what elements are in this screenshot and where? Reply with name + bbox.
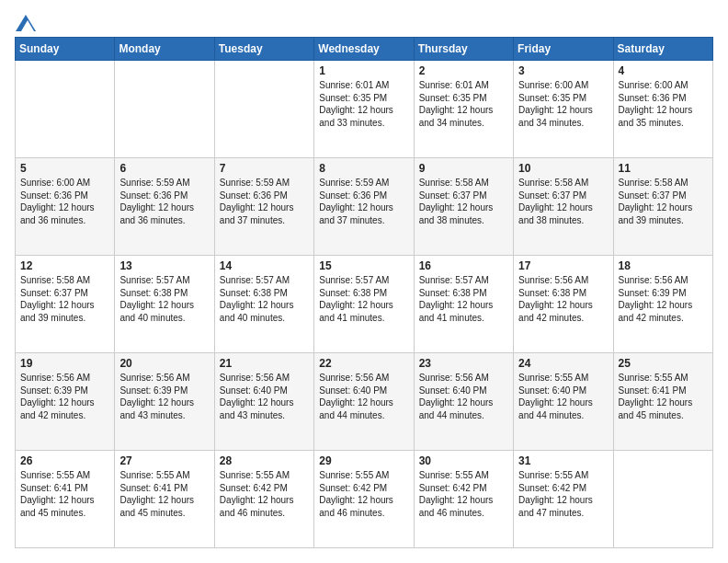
calendar-cell: 13Sunrise: 5:57 AM Sunset: 6:38 PM Dayli… (115, 256, 214, 353)
day-number: 5 (20, 162, 109, 175)
day-number: 19 (20, 357, 109, 370)
day-info: Sunrise: 5:58 AM Sunset: 6:37 PM Dayligh… (619, 177, 708, 226)
calendar-cell: 12Sunrise: 5:58 AM Sunset: 6:37 PM Dayli… (16, 256, 115, 353)
weekday-header-friday: Friday (514, 38, 613, 61)
day-number: 8 (319, 162, 408, 175)
weekday-header-tuesday: Tuesday (214, 38, 313, 61)
day-number: 28 (220, 454, 309, 467)
calendar-cell: 11Sunrise: 5:58 AM Sunset: 6:37 PM Dayli… (613, 158, 712, 256)
calendar-cell: 2Sunrise: 6:01 AM Sunset: 6:35 PM Daylig… (414, 61, 513, 158)
logo (15, 15, 36, 28)
calendar-cell (16, 61, 115, 158)
weekday-header-row: SundayMondayTuesdayWednesdayThursdayFrid… (16, 38, 713, 61)
day-number: 17 (518, 259, 608, 272)
day-number: 30 (419, 454, 508, 467)
week-row-1: 1Sunrise: 6:01 AM Sunset: 6:35 PM Daylig… (16, 61, 713, 158)
calendar-cell: 10Sunrise: 5:58 AM Sunset: 6:37 PM Dayli… (514, 158, 613, 256)
day-info: Sunrise: 5:59 AM Sunset: 6:36 PM Dayligh… (319, 177, 408, 226)
calendar-cell: 14Sunrise: 5:57 AM Sunset: 6:38 PM Dayli… (214, 256, 313, 353)
week-row-2: 5Sunrise: 6:00 AM Sunset: 6:36 PM Daylig… (16, 158, 713, 256)
day-number: 14 (220, 259, 309, 272)
day-number: 10 (518, 162, 608, 175)
calendar-cell: 3Sunrise: 6:00 AM Sunset: 6:35 PM Daylig… (514, 61, 613, 158)
calendar-table: SundayMondayTuesdayWednesdayThursdayFrid… (15, 37, 713, 548)
calendar-cell: 22Sunrise: 5:56 AM Sunset: 6:40 PM Dayli… (314, 353, 414, 451)
day-info: Sunrise: 5:55 AM Sunset: 6:41 PM Dayligh… (119, 469, 209, 519)
calendar-cell: 16Sunrise: 5:57 AM Sunset: 6:38 PM Dayli… (414, 256, 513, 353)
day-info: Sunrise: 6:00 AM Sunset: 6:36 PM Dayligh… (20, 177, 109, 226)
day-number: 6 (119, 162, 209, 175)
calendar-cell: 29Sunrise: 5:55 AM Sunset: 6:42 PM Dayli… (314, 451, 414, 548)
day-info: Sunrise: 5:58 AM Sunset: 6:37 PM Dayligh… (419, 177, 508, 226)
calendar-cell: 1Sunrise: 6:01 AM Sunset: 6:35 PM Daylig… (314, 61, 414, 158)
day-info: Sunrise: 5:55 AM Sunset: 6:42 PM Dayligh… (518, 469, 608, 519)
day-info: Sunrise: 5:57 AM Sunset: 6:38 PM Dayligh… (119, 274, 209, 324)
week-row-4: 19Sunrise: 5:56 AM Sunset: 6:39 PM Dayli… (16, 353, 713, 451)
day-number: 3 (518, 64, 608, 77)
day-info: Sunrise: 5:57 AM Sunset: 6:38 PM Dayligh… (319, 274, 408, 324)
calendar-cell: 25Sunrise: 5:55 AM Sunset: 6:41 PM Dayli… (613, 353, 712, 451)
calendar-cell: 23Sunrise: 5:56 AM Sunset: 6:40 PM Dayli… (414, 353, 513, 451)
calendar-cell: 7Sunrise: 5:59 AM Sunset: 6:36 PM Daylig… (214, 158, 313, 256)
day-info: Sunrise: 5:56 AM Sunset: 6:40 PM Dayligh… (419, 372, 508, 421)
day-info: Sunrise: 5:55 AM Sunset: 6:40 PM Dayligh… (518, 372, 608, 421)
day-info: Sunrise: 6:00 AM Sunset: 6:36 PM Dayligh… (619, 79, 708, 129)
day-number: 24 (518, 357, 608, 370)
weekday-header-saturday: Saturday (613, 38, 712, 61)
day-info: Sunrise: 5:56 AM Sunset: 6:39 PM Dayligh… (119, 372, 209, 421)
day-info: Sunrise: 5:55 AM Sunset: 6:42 PM Dayligh… (319, 469, 408, 519)
day-info: Sunrise: 5:56 AM Sunset: 6:38 PM Dayligh… (518, 274, 608, 324)
calendar-cell (214, 61, 313, 158)
day-number: 29 (319, 454, 408, 467)
page: SundayMondayTuesdayWednesdayThursdayFrid… (0, 0, 728, 563)
calendar-cell (115, 61, 214, 158)
day-info: Sunrise: 5:56 AM Sunset: 6:40 PM Dayligh… (220, 372, 309, 421)
day-number: 15 (319, 259, 408, 272)
calendar-cell: 30Sunrise: 5:55 AM Sunset: 6:42 PM Dayli… (414, 451, 513, 548)
calendar-cell: 8Sunrise: 5:59 AM Sunset: 6:36 PM Daylig… (314, 158, 414, 256)
day-number: 13 (119, 259, 209, 272)
calendar-cell: 27Sunrise: 5:55 AM Sunset: 6:41 PM Dayli… (115, 451, 214, 548)
day-info: Sunrise: 5:57 AM Sunset: 6:38 PM Dayligh… (419, 274, 508, 324)
day-info: Sunrise: 5:59 AM Sunset: 6:36 PM Dayligh… (220, 177, 309, 226)
day-number: 25 (619, 357, 708, 370)
calendar-cell: 5Sunrise: 6:00 AM Sunset: 6:36 PM Daylig… (16, 158, 115, 256)
calendar-cell: 26Sunrise: 5:55 AM Sunset: 6:41 PM Dayli… (16, 451, 115, 548)
day-number: 21 (220, 357, 309, 370)
day-info: Sunrise: 5:58 AM Sunset: 6:37 PM Dayligh… (20, 274, 109, 324)
day-info: Sunrise: 5:59 AM Sunset: 6:36 PM Dayligh… (119, 177, 209, 226)
day-info: Sunrise: 5:58 AM Sunset: 6:37 PM Dayligh… (518, 177, 608, 226)
weekday-header-sunday: Sunday (16, 38, 115, 61)
calendar-cell: 28Sunrise: 5:55 AM Sunset: 6:42 PM Dayli… (214, 451, 313, 548)
logo-icon (16, 15, 36, 31)
day-number: 9 (419, 162, 508, 175)
day-info: Sunrise: 5:56 AM Sunset: 6:40 PM Dayligh… (319, 372, 408, 421)
day-info: Sunrise: 5:55 AM Sunset: 6:42 PM Dayligh… (419, 469, 508, 519)
day-number: 23 (419, 357, 508, 370)
day-number: 16 (419, 259, 508, 272)
day-number: 1 (319, 64, 408, 77)
day-number: 4 (619, 64, 708, 77)
day-info: Sunrise: 6:01 AM Sunset: 6:35 PM Dayligh… (319, 79, 408, 129)
calendar-cell (613, 451, 712, 548)
day-info: Sunrise: 6:01 AM Sunset: 6:35 PM Dayligh… (419, 79, 508, 129)
day-number: 27 (119, 454, 209, 467)
day-info: Sunrise: 5:55 AM Sunset: 6:41 PM Dayligh… (619, 372, 708, 421)
calendar-cell: 21Sunrise: 5:56 AM Sunset: 6:40 PM Dayli… (214, 353, 313, 451)
day-info: Sunrise: 5:57 AM Sunset: 6:38 PM Dayligh… (220, 274, 309, 324)
weekday-header-thursday: Thursday (414, 38, 513, 61)
calendar-cell: 18Sunrise: 5:56 AM Sunset: 6:39 PM Dayli… (613, 256, 712, 353)
week-row-5: 26Sunrise: 5:55 AM Sunset: 6:41 PM Dayli… (16, 451, 713, 548)
calendar-cell: 24Sunrise: 5:55 AM Sunset: 6:40 PM Dayli… (514, 353, 613, 451)
day-info: Sunrise: 6:00 AM Sunset: 6:35 PM Dayligh… (518, 79, 608, 129)
day-info: Sunrise: 5:56 AM Sunset: 6:39 PM Dayligh… (20, 372, 109, 421)
day-number: 11 (619, 162, 708, 175)
calendar-cell: 19Sunrise: 5:56 AM Sunset: 6:39 PM Dayli… (16, 353, 115, 451)
day-number: 20 (119, 357, 209, 370)
calendar-cell: 4Sunrise: 6:00 AM Sunset: 6:36 PM Daylig… (613, 61, 712, 158)
calendar-cell: 15Sunrise: 5:57 AM Sunset: 6:38 PM Dayli… (314, 256, 414, 353)
week-row-3: 12Sunrise: 5:58 AM Sunset: 6:37 PM Dayli… (16, 256, 713, 353)
calendar-cell: 31Sunrise: 5:55 AM Sunset: 6:42 PM Dayli… (514, 451, 613, 548)
day-number: 12 (20, 259, 109, 272)
calendar-cell: 20Sunrise: 5:56 AM Sunset: 6:39 PM Dayli… (115, 353, 214, 451)
